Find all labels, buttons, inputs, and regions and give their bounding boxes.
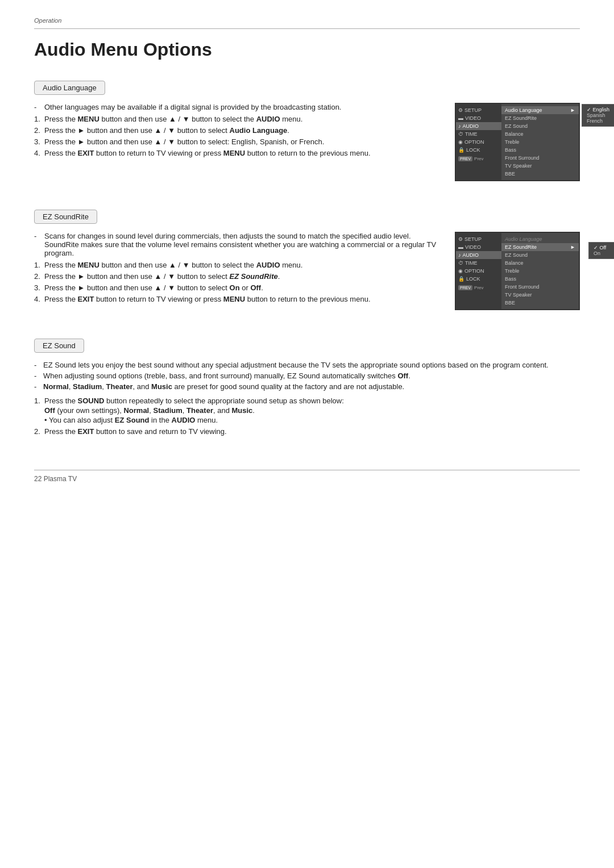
tv-right-front-surround: Front Surround — [501, 154, 579, 162]
audio-language-step-2: 2. Press the ► button and then use ▲ / ▼… — [34, 126, 443, 135]
tv-menu-left-2: ⚙SETUP ▬VIDEO ♪AUDIO ⏱TIME ◉OPTION — [456, 233, 501, 309]
section-text-ez-soundrite: - Scans for changes in sound level durin… — [34, 232, 443, 306]
tv-screen-ez-soundrite: ⚙SETUP ▬VIDEO ♪AUDIO ⏱TIME ◉OPTION — [455, 232, 580, 310]
tv-right2-ez-soundrite: EZ SoundRite► — [501, 243, 579, 251]
audio-language-menu-image: ⚙SETUP ▬VIDEO ♪AUDIO ⏱TIME ◉OPTION — [455, 103, 580, 181]
ez-sound-step-1: 1. Press the SOUND button repeatedly to … — [34, 397, 580, 424]
section-text-ez-sound: - EZ Sound lets you enjoy the best sound… — [34, 361, 580, 436]
ez-sound-note-1: - EZ Sound lets you enjoy the best sound… — [34, 361, 580, 369]
tv-left-lock: 🔒LOCK — [456, 146, 501, 154]
tv-right2-treble: Treble — [501, 267, 579, 275]
ez-soundrite-step-2: 2. Press the ► button and then use ▲ / ▼… — [34, 272, 443, 281]
ez-soundrite-intro-1: - Scans for changes in sound level durin… — [34, 232, 443, 257]
page-title: Audio Menu Options — [34, 39, 580, 60]
audio-language-step-1: 1. Press the MENU button and then use ▲ … — [34, 115, 443, 123]
tv-left-audio: ♪AUDIO — [456, 122, 501, 130]
tv-right-bbe: BBE — [501, 170, 579, 178]
tv-right-treble: Treble — [501, 138, 579, 146]
section-body-audio-language: - Other languages may be available if a … — [34, 103, 580, 181]
ez-sound-note-3: - Normal, Stadium, Theater, and Music ar… — [34, 382, 580, 391]
top-divider — [34, 28, 580, 29]
tv-menu-right: Audio Language► EZ SoundRite EZ Sound Ba… — [501, 104, 579, 180]
operation-label: Operation — [34, 17, 580, 24]
section-body-ez-soundrite: - Scans for changes in sound level durin… — [34, 232, 580, 310]
tv-left-time: ⏱TIME — [456, 130, 501, 138]
tv-right-ez-soundrite: EZ SoundRite — [501, 114, 579, 122]
ez-sound-notes: - EZ Sound lets you enjoy the best sound… — [34, 361, 580, 391]
tv-right2-bbe: BBE — [501, 299, 579, 307]
section-label-ez-soundrite: EZ SoundRite — [34, 210, 97, 224]
section-label-audio-language: Audio Language — [34, 81, 105, 95]
tv-left2-video: ▬VIDEO — [456, 243, 501, 251]
ez-soundrite-step-1: 1. Press the MENU button and then use ▲ … — [34, 261, 443, 269]
tv-menu-left: ⚙SETUP ▬VIDEO ♪AUDIO ⏱TIME ◉OPTION — [456, 104, 501, 180]
tv-right2-front-surround: Front Surround — [501, 283, 579, 291]
tv-right-bass: Bass — [501, 146, 579, 154]
footer-text: 22 Plasma TV — [34, 475, 580, 483]
tv-right-ez-sound: EZ Sound — [501, 122, 579, 130]
tv-left2-audio: ♪AUDIO — [456, 251, 501, 259]
tv-screen-audio-language: ⚙SETUP ▬VIDEO ♪AUDIO ⏱TIME ◉OPTION — [455, 103, 580, 181]
tv-right-audio-language: Audio Language► — [501, 106, 579, 114]
tv-right-tv-speaker: TV Speaker — [501, 162, 579, 170]
audio-language-intro-1: - Other languages may be available if a … — [34, 103, 443, 111]
tv-left-video: ▬VIDEO — [456, 114, 501, 122]
tv-left2-option: ◉OPTION — [456, 267, 501, 275]
tv-right2-tv-speaker: TV Speaker — [501, 291, 579, 299]
section-label-ez-sound: EZ Sound — [34, 339, 84, 353]
tv-bottom-prev2: PREV Prev — [456, 284, 501, 291]
audio-language-submenu: ✓ English Spanish French — [582, 104, 614, 127]
tv-left2-setup: ⚙SETUP — [456, 235, 501, 243]
bottom-divider — [34, 470, 580, 470]
ez-soundrite-menu-image: ⚙SETUP ▬VIDEO ♪AUDIO ⏱TIME ◉OPTION — [455, 232, 580, 310]
ez-soundrite-step-3: 3. Press the ► button and then use ▲ / ▼… — [34, 283, 443, 292]
tv-left-option: ◉OPTION — [456, 138, 501, 146]
tv-left-setup: ⚙SETUP — [456, 106, 501, 114]
section-ez-soundrite: EZ SoundRite - Scans for changes in soun… — [34, 210, 580, 310]
section-ez-sound: EZ Sound - EZ Sound lets you enjoy the b… — [34, 339, 580, 436]
audio-language-step-4: 4. Press the EXIT button to return to TV… — [34, 149, 443, 157]
section-audio-language: Audio Language - Other languages may be … — [34, 81, 580, 181]
ez-sound-note-2: - When adjusting sound options (treble, … — [34, 372, 580, 380]
tv-bottom-prev: PREV Prev — [456, 155, 501, 162]
tv-left2-time: ⏱TIME — [456, 259, 501, 267]
tv-right2-audio-language: Audio Language — [501, 235, 579, 243]
ez-soundrite-step-4: 4. Press the EXIT button to return to TV… — [34, 295, 443, 303]
tv-menu-right-2: Audio Language EZ SoundRite► EZ Sound Ba… — [501, 233, 579, 309]
tv-right2-ez-sound: EZ Sound — [501, 251, 579, 259]
audio-language-step-3: 3. Press the ► button and then use ▲ / ▼… — [34, 137, 443, 146]
section-text-audio-language: - Other languages may be available if a … — [34, 103, 443, 160]
tv-left2-lock: 🔒LOCK — [456, 275, 501, 283]
tv-right2-bass: Bass — [501, 275, 579, 283]
tv-right-balance: Balance — [501, 130, 579, 138]
ez-soundrite-submenu: ✓ Off On — [588, 242, 614, 259]
tv-right2-balance: Balance — [501, 259, 579, 267]
ez-sound-step-2: 2. Press the EXIT button to save and ret… — [34, 427, 580, 436]
